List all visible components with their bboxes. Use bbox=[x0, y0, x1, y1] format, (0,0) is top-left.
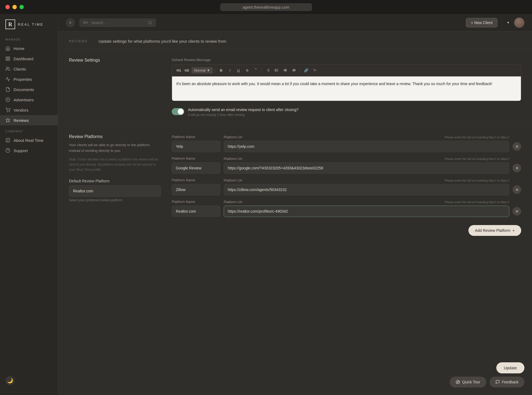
search-input[interactable] bbox=[91, 21, 145, 25]
sidebar-item-properties[interactable]: Properties bbox=[0, 74, 58, 84]
indent-right-button[interactable] bbox=[290, 66, 298, 74]
platforms-right: Platform Name Platform Url Please enter … bbox=[172, 134, 521, 236]
h1-button[interactable]: H1 bbox=[175, 67, 182, 74]
platform-url-input-3[interactable] bbox=[224, 206, 509, 217]
ordered-list-button[interactable] bbox=[264, 66, 272, 74]
maximize-dot[interactable] bbox=[19, 5, 24, 9]
svg-marker-10 bbox=[6, 118, 10, 122]
platform-row-1: ✕ bbox=[172, 162, 521, 174]
svg-point-39 bbox=[456, 380, 460, 384]
sidebar-item-clients[interactable]: Clients bbox=[0, 64, 58, 74]
svg-marker-40 bbox=[457, 381, 459, 383]
home-label: Home bbox=[14, 46, 24, 51]
sidebar-item-reviews[interactable]: Reviews bbox=[0, 115, 58, 125]
clients-icon bbox=[5, 66, 10, 71]
sidebar-item-documents[interactable]: Documents bbox=[0, 84, 58, 95]
svg-rect-3 bbox=[8, 59, 10, 61]
unordered-list-button[interactable] bbox=[273, 66, 280, 74]
minimize-dot[interactable] bbox=[12, 5, 17, 9]
clear-format-button[interactable]: Tx bbox=[311, 66, 319, 74]
auto-send-label: Automatically send an email review reque… bbox=[188, 108, 521, 112]
indent-left-button[interactable] bbox=[282, 66, 289, 74]
logo-icon: R bbox=[5, 19, 15, 29]
settings-left: Review Settings bbox=[69, 58, 161, 117]
update-button[interactable]: Update bbox=[496, 362, 524, 373]
quick-tour-button[interactable]: Quick Tour bbox=[450, 377, 486, 387]
platform-url-input-0[interactable] bbox=[224, 141, 509, 152]
remove-platform-button-0[interactable]: ✕ bbox=[513, 142, 521, 151]
close-dot[interactable] bbox=[5, 5, 10, 9]
remove-platform-button-2[interactable]: ✕ bbox=[513, 185, 521, 194]
svg-line-18 bbox=[151, 24, 152, 24]
svg-point-8 bbox=[7, 112, 8, 112]
bold-button[interactable]: B bbox=[217, 66, 225, 74]
sidebar: R REAL TIME MANAGE Home Dashboard Client… bbox=[0, 14, 58, 395]
platform-url-input-1[interactable] bbox=[224, 162, 509, 174]
advertisers-icon bbox=[5, 97, 10, 102]
svg-point-29 bbox=[275, 70, 276, 71]
default-platform-select[interactable]: Realtor.com bbox=[69, 185, 161, 197]
documents-icon bbox=[5, 87, 10, 92]
platform-url-hint-4: Please enter the full url including http… bbox=[445, 200, 509, 204]
platform-row-0: ✕ bbox=[172, 141, 521, 152]
svg-rect-11 bbox=[6, 138, 10, 142]
message-editor: H1 H2 Normal ▼ B I U S " bbox=[172, 64, 521, 101]
sidebar-item-support[interactable]: Support bbox=[0, 145, 58, 156]
new-client-button[interactable]: + New Client bbox=[466, 18, 498, 28]
user-chevron[interactable]: ▼ bbox=[507, 21, 510, 25]
message-body[interactable]: It's been an absolute pleasure to work w… bbox=[172, 76, 521, 101]
reviews-header: REVIEWS Update settings for what platfor… bbox=[58, 31, 532, 49]
svg-rect-0 bbox=[6, 57, 7, 58]
format-select[interactable]: Normal ▼ bbox=[191, 67, 213, 73]
sidebar-item-about[interactable]: About Real Time bbox=[0, 135, 58, 145]
back-button[interactable] bbox=[66, 18, 75, 27]
quote-button[interactable]: " bbox=[252, 66, 260, 74]
platforms-title: Review Platforms bbox=[69, 134, 161, 139]
main-area: ⌘K + New Client ▼ REVIEWS Update setting… bbox=[58, 14, 532, 395]
topbar-right: + New Client ▼ bbox=[466, 18, 524, 28]
platform-url-hint-2: Please enter the full url including http… bbox=[445, 157, 509, 160]
sidebar-item-dashboard[interactable]: Dashboard bbox=[0, 53, 58, 64]
remove-platform-button-3[interactable]: ✕ bbox=[513, 207, 521, 216]
svg-point-17 bbox=[148, 21, 151, 24]
platform-name-col-header-3: Platform Name bbox=[172, 178, 195, 182]
strikethrough-button[interactable]: S bbox=[243, 66, 251, 74]
logo-text: REAL TIME bbox=[18, 22, 44, 26]
svg-rect-1 bbox=[8, 57, 10, 58]
svg-point-28 bbox=[275, 69, 276, 70]
topbar-divider bbox=[502, 19, 502, 26]
sidebar-item-vendors[interactable]: Vendors bbox=[0, 105, 58, 115]
underline-button[interactable]: U bbox=[235, 66, 242, 74]
feedback-button[interactable]: Feedback bbox=[490, 377, 524, 387]
platform-name-input-1[interactable] bbox=[172, 162, 220, 174]
properties-icon bbox=[5, 77, 10, 82]
titlebar: agent.therealtimeapp.com bbox=[0, 0, 532, 14]
platform-url-hint: Please enter the full url including http… bbox=[445, 136, 509, 139]
about-icon bbox=[5, 138, 10, 143]
compass-icon bbox=[456, 380, 460, 384]
logo-area: R REAL TIME bbox=[0, 19, 58, 36]
add-platform-button[interactable]: Add Review Platform + bbox=[468, 225, 521, 236]
review-platforms-section: Review Platforms Your clients will be ab… bbox=[58, 126, 532, 245]
remove-platform-button-1[interactable]: ✕ bbox=[513, 164, 521, 172]
italic-button[interactable]: I bbox=[226, 66, 234, 74]
avatar[interactable] bbox=[514, 18, 524, 28]
platform-name-input-0[interactable] bbox=[172, 141, 220, 152]
link-button[interactable]: 🔗 bbox=[302, 66, 310, 74]
platform-name-input-3[interactable] bbox=[172, 206, 220, 217]
auto-send-toggle[interactable] bbox=[172, 108, 184, 115]
h2-button[interactable]: H2 bbox=[183, 67, 190, 74]
reviews-icon bbox=[5, 118, 10, 123]
platform-url-input-2[interactable] bbox=[224, 184, 509, 195]
quick-tour-label: Quick Tour bbox=[462, 380, 480, 384]
format-chevron-icon: ▼ bbox=[207, 68, 210, 72]
feedback-label: Feedback bbox=[502, 380, 518, 384]
sidebar-item-advertisers[interactable]: Advertisers bbox=[0, 95, 58, 105]
platform-url-col-header: Platform Url bbox=[224, 135, 242, 139]
auto-send-row: Automatically send an email review reque… bbox=[172, 108, 521, 117]
theme-toggle-button[interactable]: 🌙 bbox=[5, 376, 15, 385]
platform-name-input-2[interactable] bbox=[172, 184, 220, 195]
platform-col-header-2: Platform Name Platform Url Please enter … bbox=[172, 156, 521, 161]
topbar: ⌘K + New Client ▼ bbox=[58, 14, 532, 31]
sidebar-item-home[interactable]: Home bbox=[0, 43, 58, 53]
